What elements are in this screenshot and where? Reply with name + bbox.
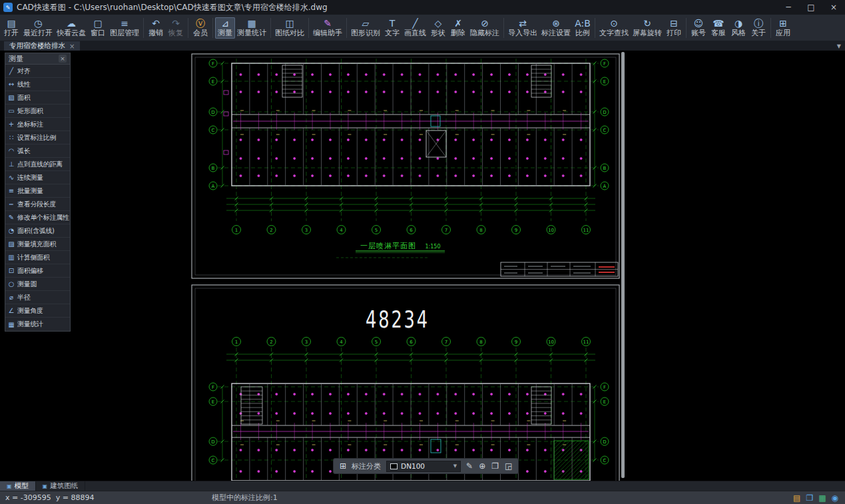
svg-text:10: 10 — [548, 228, 554, 233]
measure-tool-rect-area[interactable]: ▭ 矩形面积 — [5, 105, 70, 118]
ribbon-button-print[interactable]: ⊟ 打印 — [664, 17, 684, 39]
measure-tool-arc-length[interactable]: ◠ 弧长 — [5, 144, 70, 158]
measure-tool-modify-annotation-property[interactable]: ✎ 修改单个标注属性 — [5, 211, 70, 224]
space-tab-model-tab[interactable]: ▣ 模型 — [0, 481, 36, 491]
ribbon-button-delete[interactable]: ✗ 删除 — [448, 17, 468, 39]
open-icon: ▤ — [7, 19, 15, 29]
cad-drawing-canvas[interactable]: 1234567891011FFEEDDCCBBAA一层喷淋平面图1:150482… — [0, 51, 845, 481]
ribbon-button-text[interactable]: T 文字 — [382, 17, 402, 39]
tab-overflow-button[interactable]: ▼ — [837, 41, 841, 51]
group-separator — [188, 18, 188, 38]
measure-tool-area[interactable]: ▧ 面积 — [5, 91, 70, 105]
edit-icon[interactable]: ✎ — [466, 461, 473, 471]
space-tab-construction-drawings-tab[interactable]: ▣ 建筑图纸 — [36, 481, 86, 491]
measure-tool-batch-measure[interactable]: ≡ 批量测量 — [5, 184, 70, 198]
svg-text:48234: 48234 — [366, 306, 429, 333]
measure-tool-calc-side-area[interactable]: ▥ 计算侧面积 — [5, 251, 70, 264]
ribbon-button-about[interactable]: ⓘ 关于 — [748, 17, 768, 39]
measure-tool-label: 矩形面积 — [17, 107, 43, 116]
measure-tool-align[interactable]: ╱ 对齐 — [5, 65, 70, 78]
construction-drawings-tab-icon: ▣ — [43, 483, 48, 489]
statusbar-2-icon[interactable]: ❐ — [806, 493, 813, 503]
ui-style-icon: ◑ — [734, 19, 742, 29]
measure-tool-set-annotation-scale[interactable]: ∷ 设置标注比例 — [5, 131, 70, 144]
model-tab-icon: ▣ — [7, 483, 12, 489]
ribbon-button-cloud-drive[interactable]: ☁ 快看云盘 — [55, 17, 88, 39]
move-icon[interactable]: ⊕ — [479, 461, 485, 471]
ribbon-button-account[interactable]: ☺ 账号 — [689, 17, 708, 39]
ribbon-button-measure-statistics[interactable]: ▦ 测量统计 — [235, 17, 268, 39]
ribbon-button-drawing-compare[interactable]: ◫ 图纸对比 — [273, 17, 306, 39]
edit-assistant-icon: ✎ — [324, 19, 332, 29]
annotation-class-dropdown[interactable]: DN100 ▼ — [386, 461, 461, 472]
ribbon-button-undo[interactable]: ↶ 撤销 — [146, 17, 166, 39]
ribbon-button-window[interactable]: ▢ 窗口 — [88, 17, 108, 39]
align-icon: ╱ — [7, 67, 15, 75]
ribbon-button-apps[interactable]: ⊞ 应用 — [773, 17, 793, 39]
document-tabbar: 专用宿舍楼给排水 × ▼ — [0, 41, 845, 51]
close-button[interactable]: × — [822, 0, 845, 15]
measure-tool-measure-angle[interactable]: ∠ 测量角度 — [5, 304, 70, 318]
statusbar-1-icon[interactable]: ▤ — [793, 493, 800, 503]
shape-recognition-icon: ▱ — [362, 19, 370, 29]
measure-tool-area-with-arc[interactable]: ◔ 面积(含弧线) — [5, 224, 70, 238]
ribbon-button-label: 打开 — [4, 29, 19, 37]
measure-tool-segment-length[interactable]: ┉ 查看分段长度 — [5, 198, 70, 211]
cloud-drive-icon: ☁ — [67, 19, 76, 29]
ribbon-button-draw-line[interactable]: ╱ 画直线 — [402, 17, 428, 39]
ribbon-button-text-search[interactable]: ⊙ 文字查找 — [597, 17, 631, 39]
space-tabbar: ▣ 模型 ▣ 建筑图纸 — [0, 481, 845, 491]
ribbon-button-recent-files[interactable]: ◷ 最近打开 — [21, 17, 55, 39]
measure-tool-measure-statistics[interactable]: ▦ 测量统计 — [5, 318, 70, 331]
measure-panel-close-icon[interactable]: × — [59, 55, 67, 63]
measure-tool-area-offset[interactable]: ⊡ 面积偏移 — [5, 264, 70, 278]
measure-tool-linear[interactable]: ↔ 线性 — [5, 78, 70, 91]
radius-icon: ⌀ — [7, 294, 15, 301]
document-tab[interactable]: 专用宿舍楼给排水 × — [4, 41, 80, 51]
maximize-button[interactable]: □ — [800, 0, 822, 15]
ribbon-button-label: 隐藏标注 — [470, 29, 499, 37]
ribbon-button-open[interactable]: ▤ 打开 — [1, 17, 21, 39]
measure-tool-label: 测量填充面积 — [17, 240, 56, 249]
measure-angle-icon: ∠ — [7, 307, 15, 314]
annotation-category-icon[interactable]: ⊞ — [340, 461, 346, 471]
ribbon-button-redo[interactable]: ↷ 恢复 — [166, 17, 186, 39]
copy-icon[interactable]: ❐ — [491, 461, 499, 471]
ribbon-button-edit-assistant[interactable]: ✎ 编辑助手 — [311, 17, 344, 39]
ribbon-button-shapes[interactable]: ◇ 形状 — [428, 17, 448, 39]
svg-text:9: 9 — [515, 228, 517, 233]
measure-tool-measure-circle[interactable]: ○ 测量圆 — [5, 278, 70, 291]
measure-tool-continuous-measure[interactable]: ∿ 连续测量 — [5, 171, 70, 184]
ribbon-button-label: 标注设置 — [541, 29, 571, 37]
svg-text:D: D — [211, 110, 214, 115]
vertical-scrollbar[interactable] — [621, 52, 625, 478]
measure-tool-radius[interactable]: ⌀ 半径 — [5, 291, 70, 304]
minimize-button[interactable]: ─ — [777, 0, 800, 15]
measure-tool-label: 面积偏移 — [17, 266, 43, 276]
paste-icon[interactable]: ◲ — [505, 461, 512, 471]
set-annotation-scale-icon: ∷ — [7, 134, 15, 141]
ribbon-button-hide-annotations[interactable]: ⊘ 隐藏标注 — [468, 17, 501, 39]
measure-tool-measure-fill-area[interactable]: ▨ 测量填充面积 — [5, 238, 70, 251]
measure-tool-label: 线性 — [17, 80, 30, 89]
statusbar-3-icon[interactable]: ▦ — [818, 493, 826, 503]
tab-close-icon[interactable]: × — [69, 43, 75, 50]
ribbon-button-annotation-settings[interactable]: ⊛ 标注设置 — [539, 17, 573, 39]
svg-text:1: 1 — [235, 228, 238, 233]
ribbon-button-ui-style[interactable]: ◑ 风格 — [728, 17, 748, 39]
ribbon-button-shape-recognition[interactable]: ▱ 图形识别 — [349, 17, 382, 39]
ribbon-button-layer-manager[interactable]: ≡ 图层管理 — [108, 17, 141, 39]
ribbon-button-vip-member[interactable]: Ⓥ 会员 — [190, 17, 210, 39]
ribbon-button-label: 导入导出 — [508, 29, 537, 37]
ribbon-button-import-export[interactable]: ⇄ 导入导出 — [506, 17, 539, 39]
measure-panel-header: 测量 × — [5, 53, 70, 65]
ribbon-button-label: 风格 — [731, 29, 746, 37]
ribbon-button-screen-rotate[interactable]: ↻ 屏幕旋转 — [631, 17, 664, 39]
statusbar-4-icon[interactable]: ◉ — [832, 493, 838, 503]
measure-tool-point-to-line-distance[interactable]: ⊥ 点到直线的距离 — [5, 158, 70, 171]
ribbon-button-measure[interactable]: ⊿ 测量 — [215, 17, 235, 39]
ribbon-button-customer-service[interactable]: ☎ 客服 — [708, 17, 728, 39]
ribbon-button-scale[interactable]: A:B 比例 — [573, 17, 593, 39]
measure-tool-coordinate-annotation[interactable]: + 坐标标注 — [5, 118, 70, 131]
ribbon-button-label: 画直线 — [404, 29, 426, 37]
